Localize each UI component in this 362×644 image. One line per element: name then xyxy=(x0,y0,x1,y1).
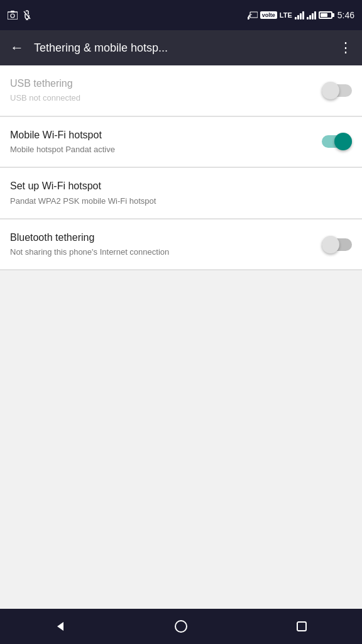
nav-back-icon xyxy=(54,620,67,633)
svg-rect-11 xyxy=(297,622,306,631)
usb-tethering-item[interactable]: USB tethering USB not connected xyxy=(0,65,362,116)
bluetooth-tethering-toggle[interactable] xyxy=(322,236,352,253)
empty-area xyxy=(0,337,362,609)
lte-indicator: LTE xyxy=(280,11,292,19)
navigation-bar xyxy=(0,609,362,644)
status-bar-right: volte LTE 5:46 xyxy=(248,10,354,20)
photo-icon xyxy=(8,11,18,19)
toolbar-title: Tethering & mobile hotsp... xyxy=(34,42,339,55)
wifi-hotspot-item[interactable]: Mobile Wi-Fi hotspot Mobile hotspot Pand… xyxy=(0,117,362,168)
svg-rect-2 xyxy=(11,11,14,13)
usb-tethering-title: USB tethering xyxy=(10,77,312,91)
wifi-hotspot-title: Mobile Wi-Fi hotspot xyxy=(10,128,312,142)
wifi-hotspot-text: Mobile Wi-Fi hotspot Mobile hotspot Pand… xyxy=(10,128,322,156)
wifi-hotspot-toggle-thumb xyxy=(334,133,352,150)
wifi-hotspot-subtitle: Mobile hotspot Pandat active xyxy=(10,144,312,155)
svg-point-10 xyxy=(175,621,187,632)
svg-point-8 xyxy=(248,18,250,19)
cast-icon xyxy=(248,11,258,19)
setup-hotspot-subtitle: Pandat WPA2 PSK mobile Wi-Fi hotspot xyxy=(10,196,342,207)
nav-home-icon xyxy=(174,619,188,633)
setup-hotspot-text: Set up Wi-Fi hotspot Pandat WPA2 PSK mob… xyxy=(10,179,352,207)
signal-bars-2 xyxy=(307,11,316,19)
nav-recents-icon xyxy=(296,621,307,632)
signal-bars-1 xyxy=(295,11,304,19)
setup-hotspot-title: Set up Wi-Fi hotspot xyxy=(10,179,342,193)
nav-back-button[interactable] xyxy=(45,611,75,641)
back-button[interactable]: ← xyxy=(10,40,24,56)
usb-tethering-toggle-thumb xyxy=(322,82,339,99)
battery-icon xyxy=(319,11,332,19)
svg-marker-9 xyxy=(57,622,63,631)
volte-badge: volte xyxy=(260,11,277,19)
status-bar: volte LTE 5:46 xyxy=(0,0,362,30)
bluetooth-tethering-item[interactable]: Bluetooth tethering Not sharing this pho… xyxy=(0,219,362,270)
usb-tethering-text: USB tethering USB not connected xyxy=(10,77,322,104)
status-bar-left xyxy=(8,10,31,20)
status-time: 5:46 xyxy=(337,10,354,20)
settings-list: USB tethering USB not connected Mobile W… xyxy=(0,65,362,337)
toolbar: ← Tethering & mobile hotsp... ⋮ xyxy=(0,30,362,65)
overflow-menu-button[interactable]: ⋮ xyxy=(339,40,352,56)
setup-hotspot-item[interactable]: Set up Wi-Fi hotspot Pandat WPA2 PSK mob… xyxy=(0,168,362,219)
nav-recents-button[interactable] xyxy=(287,611,317,641)
bluetooth-tethering-subtitle: Not sharing this phone's Internet connec… xyxy=(10,247,312,258)
usb-tethering-toggle[interactable] xyxy=(322,82,352,99)
svg-rect-0 xyxy=(8,12,18,19)
nav-home-button[interactable] xyxy=(166,611,196,641)
bluetooth-tethering-text: Bluetooth tethering Not sharing this pho… xyxy=(10,231,322,258)
divider-4 xyxy=(0,270,362,270)
svg-point-1 xyxy=(11,14,14,18)
bluetooth-tethering-title: Bluetooth tethering xyxy=(10,231,312,245)
bluetooth-tethering-toggle-thumb xyxy=(322,236,339,253)
usb-tethering-subtitle: USB not connected xyxy=(10,92,312,104)
mute-icon xyxy=(23,10,31,20)
wifi-hotspot-toggle[interactable] xyxy=(322,133,352,150)
